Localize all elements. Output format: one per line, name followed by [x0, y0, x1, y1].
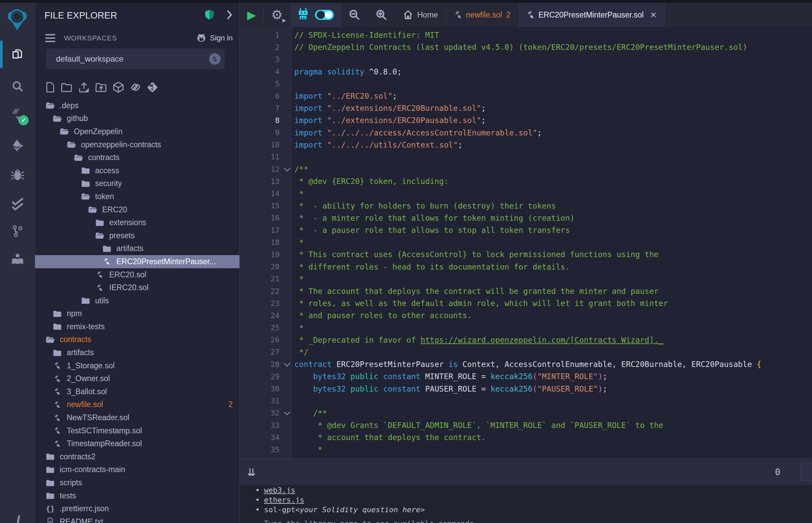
- code-editor[interactable]: 1// SPDX-License-Identifier: MIT2// Open…: [240, 27, 812, 458]
- debugger-icon[interactable]: [0, 163, 35, 187]
- tree-item[interactable]: presets: [35, 229, 240, 242]
- ai-toggle[interactable]: [315, 10, 334, 20]
- zoom-in-button[interactable]: [368, 3, 395, 27]
- folder-open-icon: [67, 141, 76, 148]
- tree-item[interactable]: ERC20.sol: [35, 268, 240, 282]
- tree-item[interactable]: contracts2: [35, 450, 240, 463]
- sol-icon: [52, 401, 63, 409]
- solidity-compiler-icon[interactable]: ✓: [0, 103, 35, 127]
- code-line: 1// SPDX-License-Identifier: MIT: [240, 29, 812, 41]
- zoom-out-button[interactable]: [341, 3, 368, 27]
- ai-assistant-segment[interactable]: [290, 3, 340, 27]
- tree-item[interactable]: tests: [35, 489, 240, 502]
- tree-item[interactable]: README.txt: [35, 515, 240, 523]
- link-icon[interactable]: [130, 82, 141, 92]
- code-line: 18 *: [240, 236, 812, 248]
- web3js-link[interactable]: web3.js: [264, 486, 295, 494]
- tree-item[interactable]: npm: [35, 307, 240, 321]
- tree-item[interactable]: {}.prettierrc.json: [35, 502, 240, 515]
- workspace-caret-icon: ⇅: [209, 53, 220, 65]
- git-clone-icon[interactable]: [147, 82, 158, 93]
- fold-chevron-icon[interactable]: [280, 167, 294, 172]
- ethersjs-link[interactable]: ethers.js: [264, 496, 304, 504]
- fold-chevron-icon[interactable]: [280, 411, 294, 415]
- tab-erc20presetminterpauser[interactable]: ERC20PresetMinterPauser.sol ×: [519, 3, 665, 27]
- editor-tabbar: ▶ ⚙ ▶: [240, 3, 812, 27]
- chevron-right-icon[interactable]: [226, 10, 233, 21]
- tree-item[interactable]: TestSCTimestamp.sol: [35, 424, 240, 437]
- tree-item[interactable]: ERC20: [35, 203, 240, 216]
- workspace-select[interactable]: default_workspace ⇅: [46, 49, 225, 69]
- upload-file-icon[interactable]: [78, 82, 90, 93]
- folder-closed-icon: [45, 466, 55, 473]
- tree-item[interactable]: TimestampReader.sol: [35, 437, 240, 450]
- terminal-line: • ethers.js: [240, 495, 812, 505]
- tree-item[interactable]: 1_Storage.sol: [35, 359, 240, 372]
- tree-item[interactable]: OpenZeppelin: [35, 125, 240, 138]
- search-icon[interactable]: [0, 74, 35, 98]
- run-script-button[interactable]: ▶: [240, 3, 263, 27]
- code-line: 28contract ERC20PresetMinterPauser is Co…: [240, 358, 812, 371]
- file-explorer-panel: FILE EXPLORER WORKSPACES Sign in: [35, 3, 240, 523]
- code-line: 2// OpenZeppelin Contracts (last updated…: [240, 41, 812, 53]
- tree-item[interactable]: NewTSReader.sol: [35, 411, 240, 424]
- tree-item[interactable]: newfile.sol2: [35, 398, 240, 412]
- tree-item[interactable]: openzeppelin-contracts: [35, 138, 240, 151]
- fold-chevron-icon[interactable]: [280, 362, 294, 367]
- tree-item[interactable]: ERC20PresetMinterPauser...: [35, 255, 240, 268]
- terminal-count: 0: [775, 467, 780, 477]
- terminal-output[interactable]: • web3.js • ethers.js • sol-gpt <your So…: [240, 485, 812, 523]
- tree-item[interactable]: remix-tests: [35, 320, 240, 333]
- code-line: 11: [240, 151, 812, 163]
- tab-newfile[interactable]: newfile.sol 2: [446, 3, 519, 27]
- compile-run-button[interactable]: ⚙ ▶: [264, 3, 290, 27]
- tree-item[interactable]: extensions: [35, 216, 240, 229]
- code-line: 30 bytes32 public constant PAUSER_ROLE =…: [240, 382, 812, 395]
- tree-item[interactable]: token: [35, 190, 240, 203]
- unit-testing-icon[interactable]: [0, 192, 35, 216]
- tree-item[interactable]: access: [35, 164, 240, 177]
- tree-item[interactable]: icm-contracts-main: [35, 463, 240, 476]
- shield-icon: [204, 9, 214, 22]
- code-line: 32 /**: [240, 407, 812, 419]
- upload-folder-icon[interactable]: [95, 82, 107, 92]
- close-tab-icon[interactable]: ×: [651, 10, 656, 20]
- deploy-run-icon[interactable]: [0, 133, 35, 158]
- window-top-strip: [0, 0, 812, 3]
- github-sign-in[interactable]: Sign in: [196, 33, 233, 43]
- git-icon[interactable]: [0, 219, 35, 243]
- folder-closed-icon: [81, 180, 91, 187]
- tree-item[interactable]: contracts: [35, 333, 240, 346]
- sol-icon: [52, 427, 63, 435]
- gear-play-icon: ▶: [282, 18, 286, 23]
- tab-home[interactable]: Home: [395, 3, 446, 27]
- tree-item[interactable]: .deps: [35, 99, 240, 112]
- learneth-icon[interactable]: [0, 247, 35, 272]
- tree-item[interactable]: github: [35, 112, 240, 125]
- sol-icon: [95, 271, 105, 279]
- settings-partial-icon[interactable]: [0, 510, 35, 523]
- folder-closed-icon: [45, 453, 55, 460]
- tree-item[interactable]: artifacts: [35, 346, 240, 359]
- folder-open-icon: [88, 206, 98, 213]
- tree-item[interactable]: 3_Ballot.sol: [35, 385, 240, 398]
- load-cube-icon[interactable]: [113, 82, 124, 93]
- tree-item[interactable]: contracts: [35, 151, 240, 164]
- file-explorer-icon[interactable]: [0, 42, 35, 67]
- code-line: 16 * - a minter role that allows for tok…: [240, 212, 812, 224]
- folder-closed-icon: [81, 167, 91, 174]
- terminal-collapse-icon[interactable]: ⇊: [247, 466, 255, 478]
- tree-item[interactable]: IERC20.sol: [35, 281, 240, 294]
- doc-icon: [45, 517, 55, 523]
- terminal-edge-button[interactable]: [800, 463, 812, 481]
- tree-item[interactable]: 2_Owner.sol: [35, 372, 240, 385]
- new-folder-icon[interactable]: [61, 82, 72, 92]
- new-file-icon[interactable]: [45, 82, 55, 93]
- tab-modified-badge: 2: [506, 11, 511, 20]
- code-line: 20 * different roles - head to its docum…: [240, 261, 812, 273]
- workspace-menu-icon[interactable]: [45, 34, 55, 42]
- tree-item[interactable]: scripts: [35, 476, 240, 489]
- tree-item[interactable]: security: [35, 177, 240, 191]
- tree-item[interactable]: artifacts: [35, 242, 240, 255]
- tree-item[interactable]: utils: [35, 294, 240, 307]
